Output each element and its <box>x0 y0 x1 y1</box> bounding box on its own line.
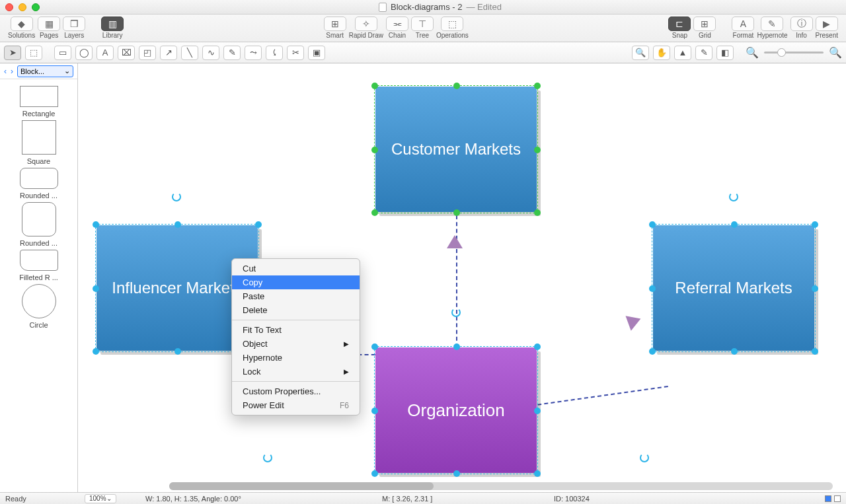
callout-tool[interactable]: ◰ <box>139 46 156 60</box>
ctx-object[interactable]: Object▶ <box>232 337 360 351</box>
rapid-draw-button[interactable]: ✧Rapid Draw <box>349 17 383 39</box>
tool-toolbar: ➤ ⬚ ▭ ◯ A ⌧ ◰ ↗ ╲ ∿ ✎ ⤳ ⤹ ✂ ▣ 🔍 ✋ ▲ ✎ ◧ … <box>0 42 846 63</box>
arrow-tool[interactable]: ↗ <box>160 46 177 60</box>
ctx-separator <box>232 381 360 382</box>
rotation-handle-icon[interactable] <box>263 453 272 462</box>
window-controls <box>5 3 40 11</box>
zoom-slider[interactable]: 🔍 🔍 <box>746 46 842 59</box>
shape-square[interactable]: Square <box>22 120 56 165</box>
nav-back-icon[interactable]: ‹ <box>4 67 7 76</box>
submenu-arrow-icon: ▶ <box>344 368 349 375</box>
connector-tool[interactable]: ⤳ <box>245 46 262 60</box>
scissors-tool[interactable]: ✂ <box>287 46 304 60</box>
format-button[interactable]: AFormat <box>732 17 754 39</box>
brush-tool[interactable]: ✎ <box>223 46 241 60</box>
selection-outline <box>652 224 816 352</box>
ctx-copy[interactable]: Copy <box>232 275 360 289</box>
present-button[interactable]: ▶Present <box>816 17 838 39</box>
selection-outline <box>374 85 538 213</box>
rotation-handle-icon[interactable] <box>729 192 738 201</box>
pointer-tool[interactable]: ➤ <box>4 46 21 60</box>
ctx-fit-to-text[interactable]: Fit To Text <box>232 323 360 337</box>
status-bar: Ready 100% ⌄ W: 1.80, H: 1.35, Angle: 0.… <box>0 492 846 504</box>
spline-tool[interactable]: ⤹ <box>266 46 283 60</box>
ctx-delete[interactable]: Delete <box>232 303 360 317</box>
ctx-custom-properties[interactable]: Custom Properties... <box>232 384 360 398</box>
library-select[interactable]: Block...⌄ <box>17 65 73 77</box>
ellipse-tool[interactable]: ◯ <box>75 46 93 60</box>
zoom-out-icon[interactable]: 🔍 <box>746 46 759 59</box>
status-ready: Ready <box>5 495 26 503</box>
zoom-select[interactable]: 100% ⌄ <box>85 494 116 503</box>
arrow-icon <box>447 235 463 248</box>
shape-rounded-square[interactable]: Rounded ... <box>20 202 58 247</box>
ctx-paste[interactable]: Paste <box>232 289 360 303</box>
horizontal-scrollbar[interactable] <box>169 482 833 490</box>
smart-button[interactable]: ⊞Smart <box>324 17 346 39</box>
eyedropper-tool[interactable]: ✎ <box>695 46 712 60</box>
ctx-cut[interactable]: Cut <box>232 262 360 275</box>
shape-rounded[interactable]: Rounded ... <box>20 168 58 199</box>
rotation-handle-icon[interactable] <box>172 192 181 201</box>
magnify-tool[interactable]: 🔍 <box>632 46 649 60</box>
library-button[interactable]: ▥Library <box>101 17 124 39</box>
curve-tool[interactable]: ∿ <box>202 46 219 60</box>
pages-button[interactable]: ▦Pages <box>38 17 60 39</box>
status-icons <box>825 495 841 502</box>
ctx-hypernote[interactable]: Hypernote <box>232 351 360 365</box>
shape-circle[interactable]: Circle <box>22 284 56 329</box>
stamp-tool[interactable]: ▣ <box>308 46 325 60</box>
snap-button[interactable]: ⊏Snap <box>668 17 691 39</box>
tree-button[interactable]: ⊤Tree <box>411 17 434 39</box>
info-button[interactable]: ⓘInfo <box>790 17 813 39</box>
status-dimensions: W: 1.80, H: 1.35, Angle: 0.00° <box>145 495 241 503</box>
arrow-icon <box>625 311 643 330</box>
context-menu: Cut Copy Paste Delete Fit To Text Object… <box>231 258 360 415</box>
grid-button[interactable]: ⊞Grid <box>693 17 716 39</box>
sidebar-nav: ‹ › Block...⌄ <box>0 63 77 79</box>
status-id: ID: 100324 <box>554 495 590 503</box>
rotation-handle-icon[interactable] <box>451 308 461 317</box>
eraser-tool[interactable]: ◧ <box>716 46 734 60</box>
shapes-sidebar: ‹ › Block...⌄ Rectangle Square Rounded .… <box>0 63 78 492</box>
zoom-button[interactable] <box>32 3 40 11</box>
minimize-button[interactable] <box>19 3 26 11</box>
zoom-in-icon[interactable]: 🔍 <box>829 46 842 59</box>
textbox-tool[interactable]: ⌧ <box>118 46 135 60</box>
stamp2-tool[interactable]: ▲ <box>674 46 691 60</box>
nav-forward-icon[interactable]: › <box>11 67 13 76</box>
selection-outline <box>374 346 538 474</box>
main-toolbar: ◆Solutions ▦Pages ❒Layers ▥Library ⊞Smar… <box>0 15 846 42</box>
shape-rectangle[interactable]: Rectangle <box>20 86 58 118</box>
solutions-button[interactable]: ◆Solutions <box>8 17 35 39</box>
document-title: Block-diagrams - 2 <box>391 2 462 12</box>
dropdown-icon: ⌄ <box>64 67 70 75</box>
ctx-separator <box>232 320 360 320</box>
window-titlebar: Block-diagrams - 2 — Edited <box>0 0 846 15</box>
ctx-power-edit[interactable]: Power EditF6 <box>232 398 360 412</box>
canvas[interactable]: Customer Markets Influencer Markets Refe… <box>78 63 846 492</box>
window-title: Block-diagrams - 2 — Edited <box>40 2 841 12</box>
close-button[interactable] <box>5 3 13 11</box>
hand-tool[interactable]: ✋ <box>653 46 670 60</box>
hypernote-button[interactable]: ✎Hypernote <box>757 17 787 39</box>
chain-button[interactable]: ⫘Chain <box>386 17 408 39</box>
submenu-arrow-icon: ▶ <box>344 340 349 347</box>
rectangle-tool[interactable]: ▭ <box>54 46 71 60</box>
marquee-tool[interactable]: ⬚ <box>25 46 42 60</box>
layers-button[interactable]: ❒Layers <box>63 17 85 39</box>
operations-button[interactable]: ⬚Operations <box>436 17 469 39</box>
status-mouse: M: [ 3.26, 2.31 ] <box>382 495 432 503</box>
line-tool[interactable]: ╲ <box>181 46 198 60</box>
document-icon <box>379 3 387 12</box>
edited-indicator: — Edited <box>466 2 501 12</box>
shape-filleted[interactable]: Filleted R ... <box>19 250 58 281</box>
rotation-handle-icon[interactable] <box>640 453 649 462</box>
text-tool[interactable]: A <box>96 46 114 60</box>
ctx-lock[interactable]: Lock▶ <box>232 365 360 378</box>
